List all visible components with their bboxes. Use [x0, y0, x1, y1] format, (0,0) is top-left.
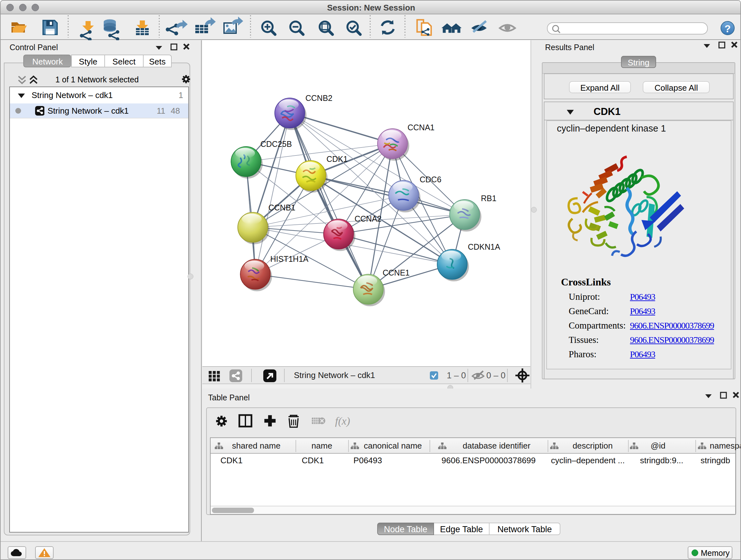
svg-text:CCNE1: CCNE1: [383, 268, 410, 277]
svg-text:CDK1: CDK1: [327, 154, 348, 164]
svg-text:String Network – cdk1: String Network – cdk1: [294, 370, 375, 380]
svg-text:CCNA1: CCNA1: [408, 123, 434, 132]
svg-text:CDKN1A: CDKN1A: [468, 242, 500, 251]
svg-text:RB1: RB1: [481, 194, 496, 203]
svg-text:CCNB2: CCNB2: [306, 94, 333, 103]
svg-text:1 – 0: 1 – 0: [447, 371, 466, 380]
svg-text:CDC25B: CDC25B: [260, 139, 292, 148]
svg-text:CDC6: CDC6: [420, 175, 441, 184]
svg-text:HIST1H1A: HIST1H1A: [270, 254, 309, 263]
svg-text:f(x): f(x): [335, 415, 350, 427]
svg-text:0 – 0: 0 – 0: [486, 371, 506, 380]
svg-text:CCNA2: CCNA2: [354, 214, 382, 223]
svg-text:CCNB1: CCNB1: [268, 203, 295, 212]
